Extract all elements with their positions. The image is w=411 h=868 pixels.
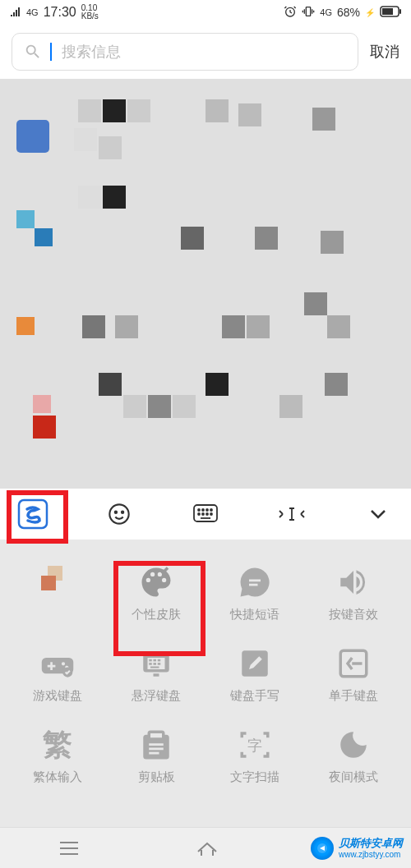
- option-label: 繁体输入: [33, 769, 82, 785]
- highlight-theme-option: [113, 561, 206, 656]
- svg-point-11: [202, 509, 204, 511]
- option-label: 快捷短语: [230, 607, 279, 622]
- highlight-sogou-logo: [7, 490, 68, 544]
- option-label: 单手键盘: [329, 688, 378, 704]
- svg-rect-9: [194, 505, 217, 521]
- status-right: 4G 68% ⚡: [284, 5, 401, 21]
- alarm-icon: [284, 5, 297, 21]
- pencil-icon: [237, 645, 273, 682]
- search-area: 取消: [0, 25, 411, 79]
- option-onehand[interactable]: 单手键盘: [308, 645, 399, 704]
- svg-rect-28: [150, 667, 159, 668]
- option-input-method[interactable]: [12, 564, 103, 622]
- svg-point-7: [115, 512, 117, 513]
- svg-point-8: [122, 512, 123, 513]
- status-left: 4G 17:30 0.10 KB/s: [10, 4, 99, 21]
- svg-rect-3: [382, 8, 393, 15]
- clipboard-icon: [138, 727, 174, 763]
- vibrate-icon: [302, 5, 315, 21]
- battery-text: 68%: [337, 6, 360, 19]
- status-bar: 4G 17:30 0.10 KB/s 4G 68% ⚡: [0, 0, 411, 25]
- nav-menu-button[interactable]: [58, 839, 81, 857]
- emoji-button[interactable]: [99, 494, 140, 535]
- watermark-title: 贝斯特安卓网: [339, 838, 403, 849]
- carrier-text: 4G: [26, 7, 39, 17]
- option-night-mode[interactable]: 夜间模式: [308, 727, 399, 785]
- battery-icon: [380, 6, 401, 20]
- svg-text:字: 字: [247, 737, 262, 754]
- moon-icon: [335, 727, 372, 763]
- option-phrases[interactable]: 快捷短语: [210, 564, 300, 622]
- search-box[interactable]: [12, 33, 358, 71]
- svg-rect-22: [149, 659, 152, 662]
- svg-point-16: [206, 513, 208, 515]
- keyboard-options-panel: 个性皮肤 快捷短语 按键音效 游戏键盘 悬浮键盘: [0, 540, 411, 827]
- gamepad-icon: [39, 645, 76, 682]
- traditional-icon: 繁: [39, 727, 76, 763]
- cancel-button[interactable]: 取消: [370, 42, 399, 62]
- data-indicator: 4G: [320, 7, 332, 17]
- svg-point-17: [210, 513, 212, 515]
- svg-rect-29: [154, 673, 159, 677]
- svg-rect-24: [158, 659, 161, 662]
- signal-indicator: [10, 6, 21, 19]
- net-speed: 0.10 KB/s: [81, 4, 99, 21]
- time-text: 17:30: [44, 5, 76, 20]
- option-label: 游戏键盘: [33, 688, 82, 704]
- svg-point-12: [206, 509, 208, 511]
- option-sound[interactable]: 按键音效: [308, 564, 399, 622]
- option-label: 悬浮键盘: [132, 688, 181, 704]
- svg-point-13: [210, 509, 212, 511]
- svg-point-6: [109, 504, 128, 523]
- svg-rect-23: [154, 659, 157, 662]
- nav-home-button[interactable]: [195, 838, 219, 858]
- svg-rect-27: [158, 663, 161, 665]
- svg-rect-25: [149, 663, 152, 665]
- scan-icon: 字: [237, 727, 273, 763]
- option-label: 键盘手写: [230, 688, 279, 704]
- keyboard-switch-button[interactable]: [185, 494, 226, 535]
- watermark: 贝斯特安卓网 www.zjbstyy.com: [311, 837, 403, 860]
- option-text-scan[interactable]: 字 文字扫描: [210, 727, 300, 785]
- option-label: 文字扫描: [230, 769, 279, 785]
- svg-rect-4: [399, 9, 401, 14]
- svg-point-14: [198, 513, 200, 515]
- watermark-logo-icon: [311, 837, 334, 860]
- svg-point-10: [198, 509, 200, 511]
- svg-point-15: [202, 513, 204, 515]
- option-label: 夜间模式: [329, 769, 378, 785]
- text-cursor: [50, 43, 52, 61]
- search-icon: [24, 43, 42, 61]
- option-label: 按键音效: [329, 607, 378, 622]
- svg-rect-1: [307, 7, 311, 16]
- option-clipboard[interactable]: 剪贴板: [111, 727, 201, 785]
- watermark-url: www.zjbstyy.com: [339, 850, 403, 859]
- search-input[interactable]: [62, 44, 346, 61]
- charging-icon: ⚡: [365, 8, 375, 17]
- option-game-keyboard[interactable]: 游戏键盘: [12, 645, 103, 704]
- svg-rect-26: [154, 663, 157, 665]
- speaker-icon: [335, 564, 372, 600]
- onehand-icon: [335, 645, 372, 682]
- option-handwriting[interactable]: 键盘手写: [210, 645, 300, 704]
- collapse-button[interactable]: [358, 494, 399, 535]
- cursor-move-button[interactable]: [271, 494, 312, 535]
- message-list: [0, 79, 411, 489]
- message-icon: [237, 564, 273, 600]
- option-label: 剪贴板: [138, 769, 175, 785]
- option-traditional[interactable]: 繁 繁体输入: [12, 727, 103, 785]
